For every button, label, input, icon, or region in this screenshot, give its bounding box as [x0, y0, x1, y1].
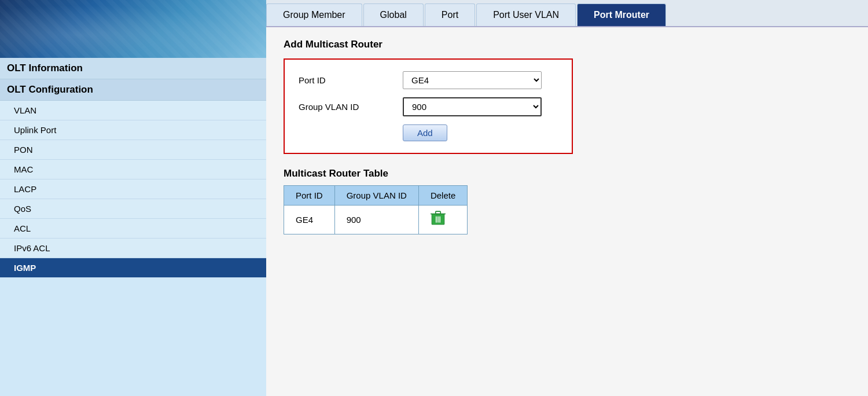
col-group-vlan-id: Group VLAN ID	[334, 186, 418, 206]
table-section-title: Multicast Router Table	[284, 168, 851, 179]
port-id-row: Port ID GE1 GE2 GE3 GE4 GE5 GE6 GE7 GE8	[299, 71, 558, 89]
col-delete: Delete	[418, 186, 467, 206]
sidebar: OLT Information OLT Configuration VLAN U…	[0, 0, 266, 396]
cell-delete	[418, 206, 467, 234]
sidebar-item-lacp[interactable]: LACP	[0, 179, 266, 199]
group-vlan-label: Group VLAN ID	[299, 102, 403, 112]
tab-bar: Group Member Global Port Port User VLAN …	[266, 0, 868, 27]
group-vlan-row: Group VLAN ID 100 200 300 400 500 600 70…	[299, 97, 558, 116]
tab-port[interactable]: Port	[425, 3, 475, 26]
content-area: Add Multicast Router Port ID GE1 GE2 GE3…	[266, 27, 868, 396]
port-id-label: Port ID	[299, 75, 403, 85]
sidebar-section-olt-config[interactable]: OLT Configuration	[0, 79, 266, 101]
sidebar-item-qos[interactable]: QoS	[0, 199, 266, 219]
main-content: Group Member Global Port Port User VLAN …	[266, 0, 868, 396]
sidebar-banner-image	[0, 0, 266, 58]
port-id-select[interactable]: GE1 GE2 GE3 GE4 GE5 GE6 GE7 GE8	[403, 71, 542, 89]
tab-group-member[interactable]: Group Member	[266, 3, 362, 26]
sidebar-section-olt-info[interactable]: OLT Information	[0, 58, 266, 79]
trash-icon	[431, 210, 446, 226]
sidebar-item-vlan[interactable]: VLAN	[0, 101, 266, 120]
add-section-title: Add Multicast Router	[284, 39, 851, 50]
table-row: GE4 900	[284, 206, 468, 234]
tab-port-user-vlan[interactable]: Port User VLAN	[476, 3, 576, 26]
sidebar-item-mac[interactable]: MAC	[0, 160, 266, 179]
cell-port-id: GE4	[284, 206, 335, 234]
add-button[interactable]: Add	[403, 124, 447, 141]
sidebar-item-uplink-port[interactable]: Uplink Port	[0, 120, 266, 140]
sidebar-item-pon[interactable]: PON	[0, 140, 266, 160]
add-form-box: Port ID GE1 GE2 GE3 GE4 GE5 GE6 GE7 GE8 …	[284, 58, 573, 154]
tab-port-mrouter[interactable]: Port Mrouter	[577, 3, 666, 26]
tab-global[interactable]: Global	[363, 3, 424, 26]
sidebar-item-igmp[interactable]: IGMP	[0, 258, 266, 278]
cell-group-vlan-id: 900	[334, 206, 418, 234]
delete-button[interactable]	[431, 210, 446, 229]
col-port-id: Port ID	[284, 186, 335, 206]
sidebar-item-acl[interactable]: ACL	[0, 219, 266, 239]
group-vlan-select[interactable]: 100 200 300 400 500 600 700 800 900 1000	[403, 97, 542, 116]
sidebar-item-ipv6-acl[interactable]: IPv6 ACL	[0, 239, 266, 258]
multicast-router-table: Port ID Group VLAN ID Delete GE4 900	[284, 185, 468, 234]
